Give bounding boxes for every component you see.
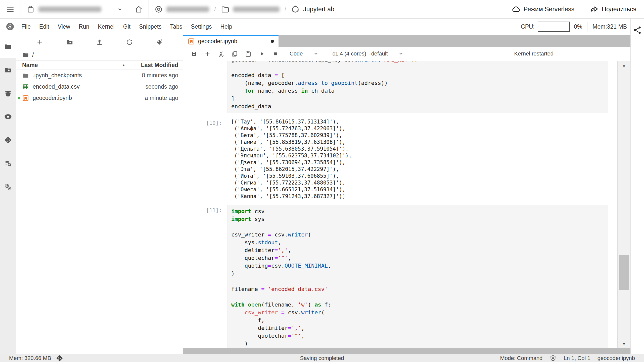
column-last-modified[interactable]: Last Modified: [129, 62, 183, 69]
mode-indicator[interactable]: Mode: Command: [500, 355, 543, 361]
add-cell-button[interactable]: [201, 48, 214, 59]
cell-type-select[interactable]: Code: [286, 50, 323, 57]
cell-prompt: [10]:: [183, 117, 227, 200]
code-line: quotechar='"',: [231, 254, 607, 262]
menu-run[interactable]: Run: [74, 23, 94, 30]
file-row-checkpoints[interactable]: .ipynb_checkpoints 8 minutes ago: [16, 70, 183, 81]
cloud-selector[interactable]: [21, 0, 129, 18]
cpu-percent: 0%: [574, 23, 582, 30]
sidebar-item-git[interactable]: [0, 128, 16, 152]
notebook-scrollbar[interactable]: ▲ ▼: [617, 61, 630, 348]
file-browser-toolbar: [16, 35, 183, 49]
menu-tabs[interactable]: Tabs: [166, 23, 187, 30]
hamburger-button[interactable]: [0, 0, 21, 18]
tab-bar: geocoder.ipynb: [183, 35, 630, 47]
stop-kernel-button[interactable]: [268, 48, 282, 59]
scroll-down-arrow[interactable]: ▼: [618, 342, 630, 346]
catalog-icon: [26, 5, 35, 14]
code-line: [231, 223, 607, 231]
code-line: f,: [231, 316, 607, 324]
code-line: quoting=csv.QUOTE_MINIMAL,: [231, 262, 607, 270]
copy-cell-button[interactable]: [228, 48, 241, 59]
home-button[interactable]: [129, 0, 149, 18]
new-launcher-icon[interactable]: [36, 38, 43, 46]
code-line: ('Каппа', '[55.791243,37.687327]')]: [231, 193, 607, 200]
unsaved-changes-dot[interactable]: [271, 40, 274, 43]
shield-x-icon[interactable]: [549, 355, 557, 362]
code-line: [231, 64, 607, 71]
code-line: delimiter=',',: [231, 324, 607, 332]
sidebar-item-file-browser[interactable]: [0, 35, 16, 58]
sort-ascending-icon: ▲: [122, 63, 125, 67]
status-bar: Mem: 320.66 MB Saving completed Mode: Co…: [0, 354, 644, 362]
menu-kernel[interactable]: Kernel: [94, 23, 119, 30]
menu-file[interactable]: File: [17, 23, 35, 30]
sidebar-item-inspector[interactable]: [0, 152, 16, 175]
sidebar-item-storage[interactable]: [0, 82, 16, 105]
hamburger-icon: [6, 5, 15, 14]
file-list: .ipynb_checkpoints 8 minutes ago encoded…: [16, 70, 183, 104]
code-line: (name, geocoder.adress_to_geopoint(adres…: [231, 79, 607, 87]
cut-cell-button[interactable]: [214, 48, 228, 59]
menu-bar: File Edit View Run Kernel Git Snippets T…: [0, 19, 630, 35]
refresh-icon[interactable]: [126, 38, 133, 46]
breadcrumb-root: /: [32, 51, 34, 58]
file-breadcrumb[interactable]: /: [16, 49, 183, 60]
kernel-select[interactable]: c1.4 (4 cores) - default: [329, 50, 407, 57]
menu-view[interactable]: View: [54, 23, 74, 30]
git-plus-icon[interactable]: [156, 38, 163, 46]
notebook-scroll-area[interactable]: geocoder = YandexGeocoder(api_key=os.env…: [183, 61, 617, 348]
upload-icon[interactable]: [96, 38, 103, 46]
save-button[interactable]: [187, 48, 201, 59]
code-line: [('Тау', '[55.861615,37.513134]'),: [231, 118, 607, 125]
code-editor[interactable]: import csvimport sys csv_writer = csv.wr…: [227, 205, 608, 348]
share-nodes-icon[interactable]: [633, 26, 642, 35]
jupyter-logo-icon: [291, 5, 300, 14]
code-editor[interactable]: geocoder = YandexGeocoder(api_key=os.env…: [227, 61, 608, 113]
cell-prompt: [11]:: [183, 205, 227, 348]
file-list-header: Name ▲ Last Modified: [16, 60, 183, 70]
redacted-org-name: [166, 7, 209, 12]
output-area: [('Тау', '[55.861615,37.513134]'), ('Аль…: [227, 117, 608, 200]
code-line: sys.stdout,: [231, 238, 607, 246]
file-row-encoded-data-csv[interactable]: encoded_data.csv seconds ago: [16, 81, 183, 92]
menu-edit[interactable]: Edit: [35, 23, 54, 30]
breadcrumb-separator: /: [283, 6, 288, 13]
inspector-icon: [4, 159, 12, 167]
notebook-cells: geocoder = YandexGeocoder(api_key=os.env…: [183, 61, 617, 348]
code-line: [231, 277, 607, 285]
divider: [587, 22, 587, 31]
share-arrow-icon: [590, 5, 599, 14]
tab-geocoder-ipynb[interactable]: geocoder.ipynb: [183, 35, 279, 47]
sidebar-item-datasets[interactable]: [0, 58, 16, 82]
home-icon: [134, 5, 143, 14]
paste-cell-button[interactable]: [241, 48, 255, 59]
sidebar-item-running-sessions[interactable]: [0, 105, 16, 128]
menu-git[interactable]: Git: [119, 23, 135, 30]
csv-file-icon: [22, 83, 29, 90]
save-icon: [191, 50, 197, 57]
breadcrumb: / / JupyterLab: [149, 0, 340, 18]
code-line: delimiter=',',: [231, 246, 607, 254]
column-name[interactable]: Name ▲: [16, 62, 129, 69]
run-cell-button[interactable]: [255, 48, 268, 59]
menu-help[interactable]: Help: [216, 23, 236, 30]
scroll-up-arrow[interactable]: ▲: [618, 63, 630, 67]
git-icon[interactable]: [56, 354, 63, 362]
main-area: / Name ▲ Last Modified .ipynb_checkpoint…: [0, 35, 630, 354]
scrollbar-thumb[interactable]: [619, 255, 629, 290]
code-line: with open(filename, 'w') as f:: [231, 301, 607, 309]
sidebar-item-property-inspector[interactable]: [0, 175, 16, 198]
serverless-mode-button[interactable]: Режим Serverless: [504, 0, 582, 18]
code-line: ('Бета', '[55.775788,37.602939]'),: [231, 132, 607, 139]
share-button[interactable]: Поделиться: [582, 0, 644, 18]
code-line: encoded_data: [231, 102, 607, 110]
new-folder-icon[interactable]: [66, 38, 73, 46]
running-sessions-icon: [4, 112, 12, 121]
cursor-position[interactable]: Ln 1, Col 1: [564, 355, 590, 361]
copy-icon: [231, 50, 238, 57]
mem-indicator: Mem:321 MB: [592, 23, 627, 30]
menu-snippets[interactable]: Snippets: [135, 23, 166, 30]
file-row-geocoder-ipynb[interactable]: geocoder.ipynb a minute ago: [16, 92, 183, 104]
menu-settings[interactable]: Settings: [187, 23, 216, 30]
